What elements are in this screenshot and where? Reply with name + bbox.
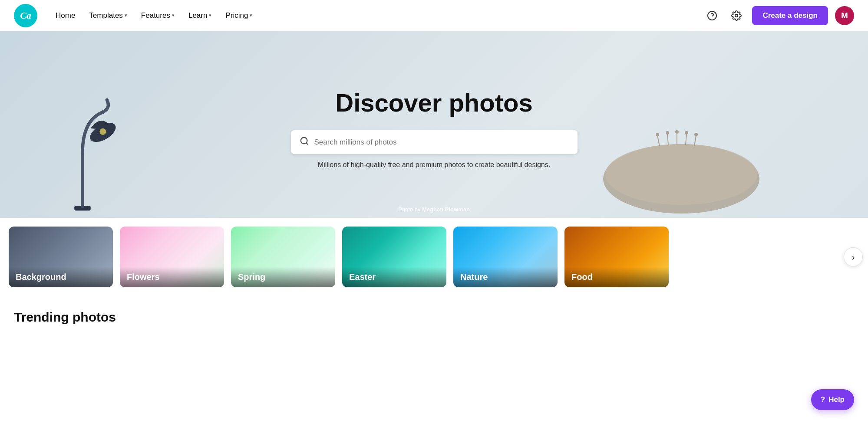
category-label-flowers: Flowers xyxy=(120,267,224,287)
navbar: Ca Home Templates ▾ Features ▾ Learn ▾ P… xyxy=(0,0,868,31)
hero-subtitle: Millions of high-quality free and premiu… xyxy=(291,161,578,169)
svg-point-19 xyxy=(300,138,307,144)
hero-title: Discover photos xyxy=(291,89,578,117)
navbar-left: Ca Home Templates ▾ Features ▾ Learn ▾ P… xyxy=(14,4,258,27)
nav-pricing[interactable]: Pricing ▾ xyxy=(219,8,258,23)
nav-learn[interactable]: Learn ▾ xyxy=(182,8,218,23)
avatar[interactable]: M xyxy=(835,6,854,25)
category-card-flowers[interactable]: Flowers xyxy=(120,227,224,287)
category-scroll: Background Flowers Spring Easter Nature … xyxy=(0,227,844,287)
hero-section: Discover photos Millions of high-quality… xyxy=(0,31,868,218)
category-card-easter[interactable]: Easter xyxy=(342,227,446,287)
question-circle-icon xyxy=(707,10,717,21)
category-label-easter: Easter xyxy=(342,267,446,287)
svg-line-12 xyxy=(686,134,686,145)
nav-templates[interactable]: Templates ▾ xyxy=(83,8,133,23)
pillow-icon xyxy=(599,122,764,218)
category-strip: Background Flowers Spring Easter Nature … xyxy=(0,218,868,296)
svg-line-10 xyxy=(667,134,668,145)
svg-point-17 xyxy=(685,131,688,134)
nav-links: Home Templates ▾ Features ▾ Learn ▾ Pric… xyxy=(50,8,258,23)
category-card-food[interactable]: Food xyxy=(564,227,669,287)
canva-logo[interactable]: Ca xyxy=(14,4,37,27)
category-card-spring[interactable]: Spring xyxy=(231,227,335,287)
pricing-chevron-icon: ▾ xyxy=(250,13,252,18)
gear-icon xyxy=(731,10,742,21)
svg-line-9 xyxy=(657,135,660,146)
svg-point-15 xyxy=(666,131,669,134)
lamp-decoration xyxy=(43,66,130,218)
svg-point-18 xyxy=(695,133,697,136)
search-input[interactable] xyxy=(314,138,569,147)
help-icon-button[interactable] xyxy=(703,7,721,24)
settings-icon-button[interactable] xyxy=(728,7,745,24)
features-chevron-icon: ▾ xyxy=(172,13,175,18)
svg-point-2 xyxy=(735,14,738,17)
learn-chevron-icon: ▾ xyxy=(209,13,211,18)
search-icon xyxy=(300,136,309,148)
category-label-nature: Nature xyxy=(453,267,558,287)
category-label-food: Food xyxy=(564,267,669,287)
category-label-spring: Spring xyxy=(231,267,335,287)
lamp-icon xyxy=(43,88,122,218)
nav-home[interactable]: Home xyxy=(50,8,81,23)
nav-features[interactable]: Features ▾ xyxy=(135,8,181,23)
svg-line-20 xyxy=(306,143,308,145)
svg-point-6 xyxy=(99,128,106,135)
category-card-background[interactable]: Background xyxy=(9,227,113,287)
category-card-nature[interactable]: Nature xyxy=(453,227,558,287)
svg-point-16 xyxy=(676,131,678,133)
svg-rect-4 xyxy=(81,153,84,208)
pillow-decoration xyxy=(599,122,764,218)
create-design-button[interactable]: Create a design xyxy=(752,6,828,25)
templates-chevron-icon: ▾ xyxy=(125,13,127,18)
navbar-right: Create a design M xyxy=(703,6,854,25)
search-bar xyxy=(291,130,578,154)
svg-point-14 xyxy=(656,133,659,136)
trending-section: Trending photos xyxy=(0,296,868,333)
scroll-right-arrow[interactable]: › xyxy=(844,247,863,266)
photo-credit: Photo by Meghan Plowman xyxy=(398,206,470,213)
svg-point-8 xyxy=(605,144,757,205)
hero-content: Discover photos Millions of high-quality… xyxy=(282,63,586,187)
trending-title: Trending photos xyxy=(14,310,854,325)
category-label-background: Background xyxy=(9,267,113,287)
